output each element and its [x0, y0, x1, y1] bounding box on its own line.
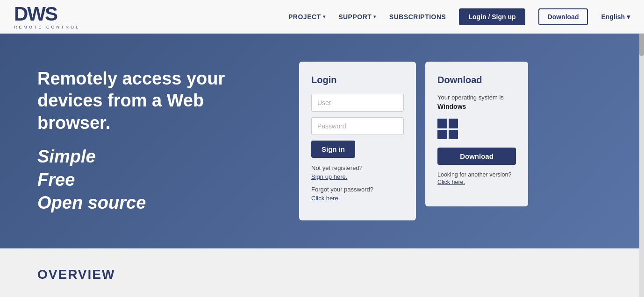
- win-square-br: [449, 130, 458, 140]
- login-card-title: Login: [311, 75, 404, 85]
- tagline-line3: Open source: [37, 191, 280, 214]
- chevron-down-icon: ▾: [323, 14, 326, 19]
- nav-item-subscriptions[interactable]: SUBSCRIPTIONS: [389, 13, 446, 21]
- download-nav-button-wrapper[interactable]: Download: [538, 8, 588, 25]
- language-selector[interactable]: English ▾: [601, 13, 630, 21]
- windows-icon: [437, 119, 458, 139]
- forgot-link[interactable]: Click here.: [311, 195, 404, 202]
- not-registered-text: Not yet registered?: [311, 164, 404, 171]
- login-signup-button[interactable]: Login / Sign up: [459, 8, 525, 25]
- tagline-line1: Simple: [37, 145, 280, 168]
- nav-label-support: SUPPORT: [338, 13, 372, 21]
- win-square-tr: [449, 119, 458, 128]
- download-card-button[interactable]: Download: [437, 148, 516, 165]
- nav-label-project: PROJECT: [288, 13, 321, 21]
- signup-link[interactable]: Sign up here.: [311, 173, 404, 180]
- logo: DWS REMOTE CONTROL: [14, 4, 80, 29]
- overview-title: OVERVIEW: [37, 267, 607, 282]
- nav-item-project[interactable]: PROJECT ▾: [288, 13, 325, 21]
- overview-section: OVERVIEW: [0, 248, 644, 291]
- login-card: Login Sign in Not yet registered? Sign u…: [299, 62, 416, 220]
- win-square-tl: [437, 119, 447, 128]
- download-nav-button[interactable]: Download: [538, 8, 588, 25]
- login-button[interactable]: Login / Sign up: [459, 8, 525, 25]
- os-text: Your operating system is: [437, 94, 516, 101]
- scrollbar[interactable]: [639, 0, 644, 291]
- nav-item-support[interactable]: SUPPORT ▾: [338, 13, 376, 21]
- download-card-title: Download: [437, 75, 516, 85]
- nav-label-subscriptions: SUBSCRIPTIONS: [389, 13, 446, 21]
- tagline-line2: Free: [37, 169, 280, 191]
- hero-text-block: Remotely access your devices from a Web …: [37, 68, 280, 215]
- win-square-bl: [437, 130, 447, 140]
- os-name: Windows: [437, 103, 516, 110]
- download-card: Download Your operating system is Window…: [425, 62, 528, 206]
- hero-cards: Login Sign in Not yet registered? Sign u…: [299, 62, 528, 220]
- forgot-text: Forgot your password?: [311, 186, 404, 193]
- logo-text: DWS: [14, 4, 80, 24]
- signin-button[interactable]: Sign in: [311, 141, 355, 158]
- nav-menu: PROJECT ▾ SUPPORT ▾ SUBSCRIPTIONS Login …: [288, 8, 630, 25]
- logo-sub: REMOTE CONTROL: [14, 25, 80, 29]
- hero-headline: Remotely access your devices from a Web …: [37, 68, 280, 134]
- chevron-down-icon: ▾: [627, 13, 630, 21]
- navbar: DWS REMOTE CONTROL PROJECT ▾ SUPPORT ▾ S…: [0, 0, 644, 34]
- chevron-down-icon: ▾: [373, 14, 376, 19]
- password-input[interactable]: [311, 117, 404, 135]
- language-label: English: [601, 13, 625, 21]
- hero-section: Remotely access your devices from a Web …: [0, 34, 644, 248]
- another-version-link[interactable]: Click here.: [437, 179, 516, 185]
- another-version-text: Looking for another version?: [437, 171, 516, 178]
- user-input[interactable]: [311, 94, 404, 112]
- hero-tagline: Simple Free Open source: [37, 145, 280, 214]
